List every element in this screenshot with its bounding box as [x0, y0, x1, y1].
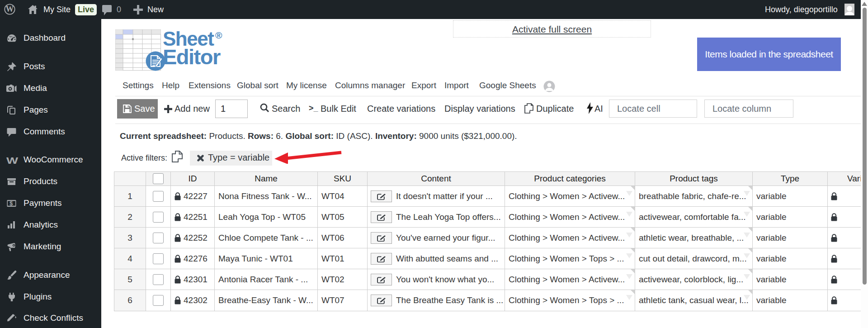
svg-text:W: W	[6, 5, 14, 14]
svg-text:$: $	[9, 200, 13, 207]
svg-text:W: W	[6, 156, 18, 166]
